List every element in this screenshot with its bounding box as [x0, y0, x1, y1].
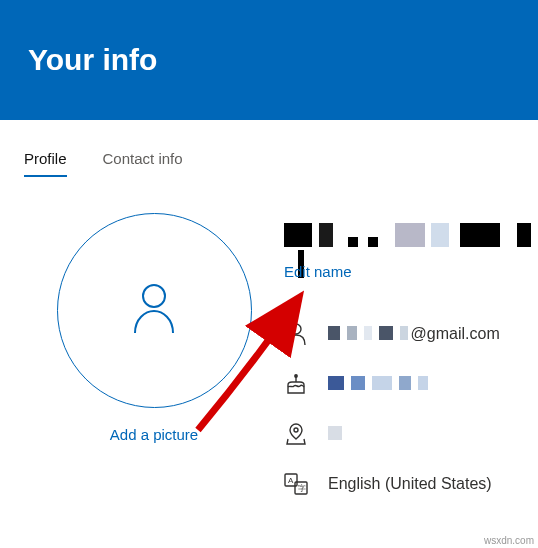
- tab-contact-info[interactable]: Contact info: [103, 150, 183, 177]
- add-picture-link[interactable]: Add a picture: [110, 426, 198, 443]
- avatar-placeholder[interactable]: [57, 213, 252, 408]
- display-name: [284, 223, 538, 251]
- avatar-section: Add a picture: [24, 213, 284, 520]
- info-section: Edit name @gmail.com: [284, 213, 538, 520]
- language-row: A字 English (United States): [284, 470, 538, 498]
- language-value: English (United States): [328, 475, 492, 493]
- tab-profile[interactable]: Profile: [24, 150, 67, 177]
- person-small-icon: [284, 322, 308, 346]
- email-row: @gmail.com: [284, 320, 538, 348]
- cake-icon: [284, 372, 308, 396]
- tabs-bar: Profile Contact info: [0, 120, 538, 177]
- location-row: [284, 420, 538, 448]
- location-icon: [284, 422, 308, 446]
- birthday-row: [284, 370, 538, 398]
- content-area: Add a picture Edit name: [0, 177, 538, 520]
- location-value: [328, 426, 345, 443]
- language-icon: A字: [284, 472, 308, 496]
- svg-point-3: [295, 375, 297, 377]
- svg-point-0: [143, 285, 165, 307]
- person-icon: [131, 283, 177, 338]
- email-value: @gmail.com: [328, 325, 500, 344]
- email-domain: @gmail.com: [411, 325, 500, 342]
- page-title: Your info: [28, 43, 157, 77]
- svg-text:字: 字: [298, 484, 306, 493]
- svg-text:A: A: [288, 476, 294, 485]
- birthday-value: [328, 376, 431, 393]
- watermark: wsxdn.com: [484, 535, 534, 546]
- header-banner: Your info: [0, 0, 538, 120]
- svg-point-4: [294, 428, 298, 432]
- svg-point-1: [291, 324, 301, 334]
- edit-name-link[interactable]: Edit name: [284, 263, 352, 280]
